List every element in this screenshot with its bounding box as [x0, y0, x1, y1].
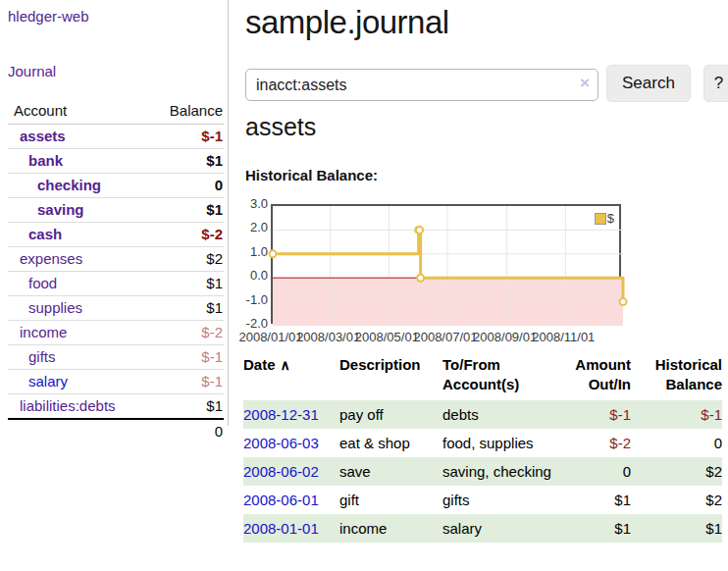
- account-balance: $-1: [146, 125, 224, 149]
- accounts-total-spacer: [8, 419, 146, 442]
- transaction-amount: 0: [568, 457, 631, 486]
- data-point-marker: [417, 275, 424, 282]
- account-link[interactable]: liabilities:debts: [20, 397, 116, 414]
- transaction-row[interactable]: 2008-06-01giftgifts$1$2: [243, 486, 722, 514]
- account-name-cell: cash: [8, 223, 146, 247]
- register-section: Date∧ Description To/From Account(s) Amo…: [243, 353, 722, 543]
- x-axis-tick-label: 2008/03/01: [296, 330, 361, 344]
- account-balance: $1: [146, 272, 224, 296]
- transaction-date-link[interactable]: 2008-12-31: [243, 406, 319, 423]
- account-balance: $-2: [146, 321, 224, 345]
- sort-ascending-icon: ∧: [281, 357, 290, 373]
- search-input[interactable]: [245, 69, 598, 101]
- date-header-label: Date: [243, 356, 276, 373]
- search-button[interactable]: Search: [606, 65, 691, 102]
- account-row: food$1: [8, 272, 224, 296]
- brand-link[interactable]: hledger-web: [8, 8, 89, 25]
- transaction-row[interactable]: 2008-12-31pay offdebts$-1$-1: [243, 400, 722, 429]
- account-link[interactable]: saving: [37, 201, 84, 218]
- transaction-accounts: salary: [442, 514, 568, 543]
- clear-search-icon[interactable]: ×: [580, 74, 590, 93]
- transaction-accounts: saving, checking: [442, 457, 568, 486]
- account-name-cell: gifts: [8, 345, 146, 370]
- transaction-description: gift: [339, 486, 442, 514]
- register-header-balance: Historical Balance: [631, 353, 722, 400]
- register-header-accounts: To/From Account(s): [442, 353, 568, 400]
- transaction-description: income: [339, 514, 442, 543]
- search-box: ×: [245, 69, 598, 101]
- account-link[interactable]: gifts: [28, 348, 56, 365]
- account-row: assets$-1: [8, 125, 224, 149]
- transaction-date: 2008-01-01: [243, 514, 339, 543]
- accounts-header-row: Account Balance: [8, 98, 224, 125]
- transaction-description: save: [339, 457, 442, 486]
- transaction-date-link[interactable]: 2008-06-03: [243, 435, 319, 451]
- x-axis-tick-label: 2008/11/01: [531, 330, 596, 344]
- transaction-balance: $2: [631, 457, 722, 486]
- transaction-date: 2008-06-01: [243, 486, 339, 514]
- account-link[interactable]: food: [28, 275, 57, 291]
- chart-svg: [273, 206, 623, 326]
- account-balance: $1: [146, 198, 224, 223]
- account-row: salary$-1: [8, 370, 224, 394]
- transaction-date-link[interactable]: 2008-01-01: [243, 520, 319, 537]
- account-link[interactable]: bank: [28, 152, 63, 169]
- chart-x-axis: 2008/01/012008/03/012008/05/012008/07/01…: [271, 330, 621, 345]
- accounts-table: Account Balance assets$-1bank$1checking0…: [8, 98, 224, 442]
- transaction-amount: $-1: [568, 400, 631, 429]
- transaction-accounts: debts: [442, 400, 568, 429]
- account-name-cell: food: [8, 272, 146, 296]
- account-row: saving$1: [8, 198, 224, 223]
- search-bar: × Search ?: [245, 65, 728, 102]
- account-row: expenses$2: [8, 247, 224, 272]
- transaction-row[interactable]: 2008-01-01incomesalary$1$1: [243, 514, 722, 543]
- register-header-date[interactable]: Date∧: [243, 353, 339, 400]
- account-name-cell: income: [8, 321, 146, 345]
- account-balance: $-1: [146, 345, 224, 370]
- register-header-description: Description: [339, 353, 442, 400]
- account-link[interactable]: expenses: [20, 250, 82, 267]
- chart-plot-area: $: [271, 204, 621, 324]
- transaction-description: pay off: [339, 400, 442, 429]
- help-button[interactable]: ?: [703, 65, 728, 102]
- transaction-row[interactable]: 2008-06-03eat & shopfood, supplies$-20: [243, 429, 722, 457]
- account-name-cell: checking: [8, 174, 146, 198]
- account-link[interactable]: cash: [28, 226, 62, 242]
- transaction-description: eat & shop: [339, 429, 442, 457]
- y-axis-tick-label: 1.0: [243, 244, 268, 260]
- account-row: gifts$-1: [8, 345, 224, 370]
- account-balance: $1: [146, 394, 224, 420]
- data-point-marker: [416, 227, 423, 234]
- account-name-cell: expenses: [8, 247, 146, 272]
- page-title: sample.journal: [245, 2, 449, 43]
- register-table: Date∧ Description To/From Account(s) Amo…: [243, 353, 722, 543]
- transaction-accounts: gifts: [442, 486, 568, 514]
- account-link[interactable]: checking: [37, 177, 101, 193]
- legend-label: $: [607, 211, 614, 226]
- data-point-marker: [270, 250, 277, 257]
- account-name-cell: saving: [8, 198, 146, 223]
- y-axis-tick-label: -1.0: [243, 292, 268, 308]
- data-point-marker: [620, 298, 627, 305]
- transaction-date: 2008-12-31: [243, 400, 339, 429]
- accounts-total-row: 0: [8, 419, 224, 442]
- transaction-amount: $1: [568, 486, 631, 514]
- accounts-header-account: Account: [8, 98, 146, 125]
- account-link[interactable]: salary: [28, 373, 68, 389]
- register-header-row: Date∧ Description To/From Account(s) Amo…: [243, 353, 722, 400]
- transaction-date-link[interactable]: 2008-06-02: [243, 463, 319, 480]
- transaction-date-link[interactable]: 2008-06-01: [243, 492, 319, 508]
- y-axis-tick-label: 3.0: [243, 196, 268, 212]
- transaction-row[interactable]: 2008-06-02savesaving, checking0$2: [243, 457, 722, 486]
- balance-chart: 3.02.01.00.0-1.0-2.0 $ 2008/01/012008/03…: [243, 196, 655, 345]
- accounts-header-balance: Balance: [146, 98, 224, 125]
- account-name-cell: supplies: [8, 296, 146, 321]
- account-link[interactable]: income: [20, 324, 67, 340]
- transaction-amount: $1: [568, 514, 631, 543]
- transaction-balance: $-1: [631, 400, 722, 429]
- transaction-amount: $-2: [568, 429, 631, 457]
- nav-journal-link[interactable]: Journal: [8, 63, 56, 79]
- account-link[interactable]: assets: [20, 128, 66, 144]
- account-link[interactable]: supplies: [28, 299, 82, 316]
- account-balance: $1: [146, 149, 224, 174]
